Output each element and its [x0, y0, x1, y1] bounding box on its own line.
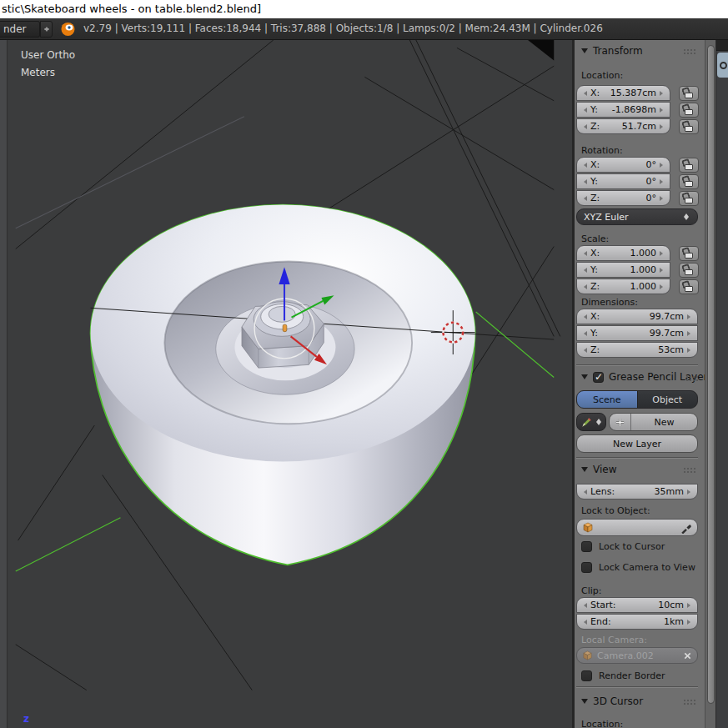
lock-scale-y-button[interactable]	[679, 263, 699, 278]
lock-to-cursor-checkbox[interactable]	[581, 541, 592, 552]
decrement-arrow-icon[interactable]	[581, 268, 587, 273]
dimensions-y-field[interactable]: Y: 99.7cm	[576, 325, 698, 341]
clip-label: Clip:	[581, 585, 601, 596]
increment-arrow-icon[interactable]	[660, 251, 665, 256]
decrement-arrow-icon[interactable]	[581, 196, 587, 201]
window-title-bar: stic\Skateboard wheels - on table.blend2…	[0, 0, 728, 18]
engine-spinner-icon[interactable]	[40, 21, 53, 38]
increment-arrow-icon[interactable]	[660, 163, 665, 168]
rotation-mode-dropdown[interactable]: XYZ Euler	[576, 208, 698, 225]
decrement-arrow-icon[interactable]	[581, 251, 587, 256]
increment-arrow-icon[interactable]	[687, 348, 693, 353]
tab-object[interactable]: Object	[638, 391, 698, 408]
panel-grip-icon[interactable]	[683, 48, 695, 54]
lens-field[interactable]: Lens: 35mm	[576, 484, 698, 500]
local-camera-field[interactable]: Camera.002	[576, 647, 698, 664]
dimensions-x-field[interactable]: X: 99.7cm	[576, 309, 698, 324]
panel-grip-icon[interactable]	[683, 699, 695, 705]
increment-arrow-icon[interactable]	[660, 179, 665, 184]
decrement-arrow-icon[interactable]	[581, 108, 587, 113]
decrement-arrow-icon[interactable]	[581, 490, 587, 495]
increment-arrow-icon[interactable]	[687, 620, 693, 625]
adjacent-editor-tab[interactable]	[717, 53, 728, 78]
axis-label: X:	[590, 159, 600, 170]
unlock-icon	[685, 181, 693, 187]
axis-label: X:	[590, 88, 600, 98]
increment-arrow-icon[interactable]	[660, 108, 665, 113]
location-z-field[interactable]: Z: 51.7cm	[576, 118, 670, 134]
cursor-panel-header[interactable]: 3D Cursor	[581, 695, 643, 707]
increment-arrow-icon[interactable]	[660, 284, 665, 289]
lock-location-x-button[interactable]	[679, 86, 699, 101]
collapse-triangle-icon	[581, 374, 588, 379]
clip-end-field[interactable]: End: 1km	[576, 614, 698, 630]
scale-z-field[interactable]: Z: 1.000	[576, 279, 670, 294]
decrement-arrow-icon[interactable]	[581, 314, 587, 319]
decrement-arrow-icon[interactable]	[581, 620, 587, 625]
render-engine-dropdown[interactable]: nder	[0, 21, 40, 38]
decrement-arrow-icon[interactable]	[581, 331, 587, 336]
lock-rotation-x-button[interactable]	[679, 158, 699, 173]
clip-start-value: 10cm	[658, 600, 684, 610]
increment-arrow-icon[interactable]	[687, 331, 693, 336]
object-cube-icon	[582, 522, 594, 534]
transform-panel-header[interactable]: Transform	[581, 45, 643, 57]
location-x-field[interactable]: X: 15.387cm	[576, 85, 670, 101]
cursor-location-label: Location:	[581, 719, 623, 728]
increment-arrow-icon[interactable]	[687, 603, 693, 608]
dimensions-z-field[interactable]: Z: 53cm	[576, 342, 698, 358]
scale-y-field[interactable]: Y: 1.000	[576, 262, 670, 278]
decrement-arrow-icon[interactable]	[581, 179, 587, 184]
gp-brush-dropdown[interactable]	[576, 413, 606, 431]
clear-x-icon[interactable]	[683, 651, 692, 660]
lock-camera-checkbox[interactable]	[581, 562, 592, 573]
lock-rotation-y-button[interactable]	[679, 174, 699, 189]
cursor-header-label: 3D Cursor	[593, 695, 643, 707]
gp-new-button[interactable]: New	[609, 413, 698, 431]
eyedropper-icon[interactable]	[680, 522, 692, 534]
gp-new-layer-button[interactable]: New Layer	[576, 434, 698, 453]
adjacent-editor-header	[716, 40, 728, 51]
increment-arrow-icon[interactable]	[660, 268, 665, 273]
lock-to-object-field[interactable]	[576, 519, 698, 536]
render-border-row[interactable]: Render Border	[581, 670, 665, 681]
decrement-arrow-icon[interactable]	[581, 284, 587, 289]
render-engine-value: nder	[3, 23, 27, 35]
decrement-arrow-icon[interactable]	[581, 603, 587, 608]
axis-label: Y:	[590, 176, 598, 187]
decrement-arrow-icon[interactable]	[581, 163, 587, 168]
location-y-field[interactable]: Y: -1.8698m	[576, 102, 670, 118]
tab-scene-label: Scene	[593, 394, 621, 405]
render-border-checkbox[interactable]	[581, 670, 592, 681]
decrement-arrow-icon[interactable]	[581, 348, 587, 353]
collapse-triangle-icon	[581, 699, 588, 704]
panel-scrollbar[interactable]	[705, 40, 715, 728]
panel-grip-icon[interactable]	[685, 375, 698, 381]
skateboard-wheel[interactable]	[91, 205, 475, 565]
increment-arrow-icon[interactable]	[687, 490, 693, 495]
increment-arrow-icon[interactable]	[660, 124, 665, 129]
rotation-y-field[interactable]: Y: 0°	[576, 173, 670, 189]
view-panel-header[interactable]: View	[581, 464, 616, 475]
panel-grip-icon[interactable]	[683, 467, 695, 473]
lock-rotation-z-button[interactable]	[679, 191, 699, 206]
lock-location-y-button[interactable]	[679, 103, 699, 118]
blender-logo-icon[interactable]	[60, 21, 76, 37]
lock-scale-x-button[interactable]	[679, 246, 699, 261]
tab-scene[interactable]: Scene	[577, 391, 637, 408]
increment-arrow-icon[interactable]	[687, 314, 693, 319]
scrollbar-thumb[interactable]	[707, 45, 715, 704]
grease-pencil-checkbox[interactable]	[593, 372, 604, 383]
rotation-z-field[interactable]: Z: 0°	[576, 190, 670, 206]
lock-to-cursor-row[interactable]: Lock to Cursor	[581, 541, 665, 552]
decrement-arrow-icon[interactable]	[581, 124, 587, 129]
scale-x-field[interactable]: X: 1.000	[576, 245, 670, 261]
lock-camera-row[interactable]: Lock Camera to View	[581, 562, 695, 573]
increment-arrow-icon[interactable]	[660, 196, 665, 201]
lock-location-z-button[interactable]	[679, 119, 699, 134]
rotation-x-field[interactable]: X: 0°	[576, 157, 670, 173]
increment-arrow-icon[interactable]	[660, 91, 665, 96]
lock-scale-z-button[interactable]	[679, 279, 699, 294]
decrement-arrow-icon[interactable]	[581, 91, 587, 96]
clip-start-field[interactable]: Start: 10cm	[576, 597, 698, 613]
